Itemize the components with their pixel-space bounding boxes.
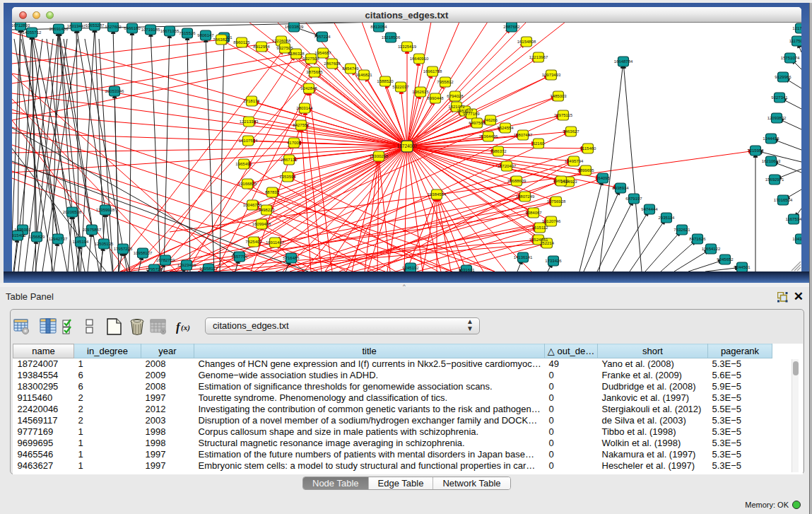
svg-text:1733426: 1733426 bbox=[545, 259, 562, 263]
svg-text:3915401: 3915401 bbox=[12, 233, 26, 238]
svg-text:1043501: 1043501 bbox=[792, 237, 801, 241]
svg-text:7515526: 7515526 bbox=[179, 31, 196, 35]
svg-text:17359928: 17359928 bbox=[96, 208, 115, 212]
svg-text:7485003: 7485003 bbox=[550, 94, 567, 98]
svg-text:18300295: 18300295 bbox=[370, 154, 389, 158]
svg-text:3215958: 3215958 bbox=[747, 148, 764, 153]
svg-text:9245652: 9245652 bbox=[717, 257, 734, 262]
svg-text:1117503: 1117503 bbox=[789, 39, 801, 43]
svg-text:13226058: 13226058 bbox=[272, 39, 291, 43]
svg-text:252214: 252214 bbox=[540, 241, 555, 245]
svg-text:16712893: 16712893 bbox=[12, 23, 30, 28]
svg-text:5322037: 5322037 bbox=[392, 85, 409, 89]
svg-text:9463627: 9463627 bbox=[563, 129, 579, 134]
svg-text:417006: 417006 bbox=[287, 141, 302, 145]
svg-text:18313447: 18313447 bbox=[67, 24, 86, 28]
svg-text:10120746: 10120746 bbox=[542, 219, 561, 223]
svg-text:15720407: 15720407 bbox=[498, 164, 517, 168]
svg-text:1588520: 1588520 bbox=[377, 79, 394, 83]
svg-text:9777169: 9777169 bbox=[463, 112, 480, 116]
svg-text:8427552: 8427552 bbox=[293, 123, 310, 127]
svg-text:8960125: 8960125 bbox=[233, 40, 250, 45]
svg-text:8813054: 8813054 bbox=[370, 25, 387, 29]
svg-text:12505135: 12505135 bbox=[95, 242, 114, 246]
svg-text:12923446: 12923446 bbox=[177, 263, 196, 267]
svg-text:1362615: 1362615 bbox=[412, 90, 429, 94]
svg-text:9129966: 9129966 bbox=[775, 75, 792, 79]
svg-text:10958107: 10958107 bbox=[134, 251, 153, 255]
svg-text:11325419: 11325419 bbox=[398, 45, 417, 49]
svg-text:6794028: 6794028 bbox=[447, 94, 464, 98]
svg-text:3624554: 3624554 bbox=[497, 126, 514, 130]
svg-text:10973493: 10973493 bbox=[542, 73, 561, 77]
svg-text:8471626: 8471626 bbox=[689, 237, 706, 241]
svg-text:17016504: 17016504 bbox=[774, 198, 793, 202]
svg-text:8454749: 8454749 bbox=[342, 66, 359, 71]
svg-text:62160: 62160 bbox=[533, 141, 545, 146]
svg-text:15692971: 15692971 bbox=[765, 177, 784, 182]
svg-text:12975115: 12975115 bbox=[554, 113, 573, 117]
svg-text:9227341: 9227341 bbox=[771, 95, 788, 100]
svg-text:9327505: 9327505 bbox=[276, 46, 293, 50]
svg-text:6899695: 6899695 bbox=[577, 168, 594, 173]
svg-text:7955812: 7955812 bbox=[437, 80, 454, 84]
svg-text:8990448: 8990448 bbox=[427, 96, 444, 100]
svg-text:3875685: 3875685 bbox=[306, 70, 323, 74]
svg-text:2867608: 2867608 bbox=[324, 62, 341, 66]
svg-text:1167534: 1167534 bbox=[786, 217, 801, 221]
svg-text:9806147: 9806147 bbox=[197, 33, 214, 37]
svg-text:21364436: 21364436 bbox=[479, 134, 498, 139]
svg-text:10719185: 10719185 bbox=[141, 28, 160, 32]
svg-text:8912954: 8912954 bbox=[253, 45, 270, 49]
svg-text:2867130: 2867130 bbox=[281, 158, 298, 162]
svg-text:19384554: 19384554 bbox=[428, 192, 447, 197]
svg-text:1353594: 1353594 bbox=[279, 175, 296, 179]
svg-text:10653287: 10653287 bbox=[86, 23, 105, 28]
svg-text:9657791: 9657791 bbox=[231, 255, 248, 259]
svg-text:20053346: 20053346 bbox=[105, 89, 124, 93]
svg-text:7986372: 7986372 bbox=[490, 149, 507, 153]
svg-text:16640910: 16640910 bbox=[410, 57, 429, 61]
svg-text:14055712: 14055712 bbox=[23, 30, 42, 35]
svg-text:14136141: 14136141 bbox=[514, 255, 533, 259]
svg-text:20975867: 20975867 bbox=[83, 228, 102, 232]
svg-text:1954687: 1954687 bbox=[314, 51, 331, 55]
svg-text:16107554: 16107554 bbox=[239, 139, 258, 143]
svg-text:(x): (x) bbox=[181, 323, 190, 332]
svg-text:6466160: 6466160 bbox=[124, 26, 141, 30]
svg-text:6879197: 6879197 bbox=[625, 197, 642, 201]
svg-text:10688609: 10688609 bbox=[507, 179, 526, 183]
svg-text:16099488: 16099488 bbox=[252, 222, 271, 226]
svg-text:10958117: 10958117 bbox=[199, 267, 218, 271]
svg-text:19166825: 19166825 bbox=[238, 182, 257, 186]
svg-text:7625402: 7625402 bbox=[245, 240, 262, 244]
svg-text:1965493: 1965493 bbox=[235, 162, 252, 166]
svg-text:9474444: 9474444 bbox=[641, 207, 658, 211]
svg-text:18724007: 18724007 bbox=[397, 144, 418, 148]
svg-text:16033809: 16033809 bbox=[285, 25, 304, 29]
svg-text:16961758: 16961758 bbox=[423, 69, 442, 74]
svg-text:1217503: 1217503 bbox=[792, 26, 801, 30]
svg-text:1145194: 1145194 bbox=[73, 240, 90, 244]
svg-text:5716485: 5716485 bbox=[283, 256, 300, 260]
svg-text:20691406: 20691406 bbox=[49, 27, 69, 31]
svg-text:10046788: 10046788 bbox=[243, 203, 262, 207]
svg-text:17957225: 17957225 bbox=[114, 247, 133, 251]
svg-text:2935114: 2935114 bbox=[659, 216, 676, 220]
svg-text:12942737: 12942737 bbox=[49, 237, 68, 241]
svg-text:9245192: 9245192 bbox=[402, 266, 419, 270]
svg-text:10654122: 10654122 bbox=[702, 247, 721, 251]
svg-text:2718176: 2718176 bbox=[243, 99, 260, 103]
svg-text:12093832: 12093832 bbox=[767, 116, 787, 120]
svg-text:9244501: 9244501 bbox=[734, 265, 751, 269]
svg-text:2887682: 2887682 bbox=[503, 25, 520, 29]
svg-text:8938914: 8938914 bbox=[612, 186, 629, 190]
svg-text:1635001: 1635001 bbox=[14, 228, 31, 232]
svg-text:746266: 746266 bbox=[483, 118, 498, 122]
svg-text:164095: 164095 bbox=[596, 176, 611, 180]
svg-text:1965411: 1965411 bbox=[553, 179, 570, 183]
svg-text:16154808: 16154808 bbox=[517, 40, 536, 44]
svg-text:9242848: 9242848 bbox=[300, 86, 317, 90]
svg-text:12213967: 12213967 bbox=[529, 55, 548, 59]
svg-text:9084067: 9084067 bbox=[525, 211, 542, 215]
